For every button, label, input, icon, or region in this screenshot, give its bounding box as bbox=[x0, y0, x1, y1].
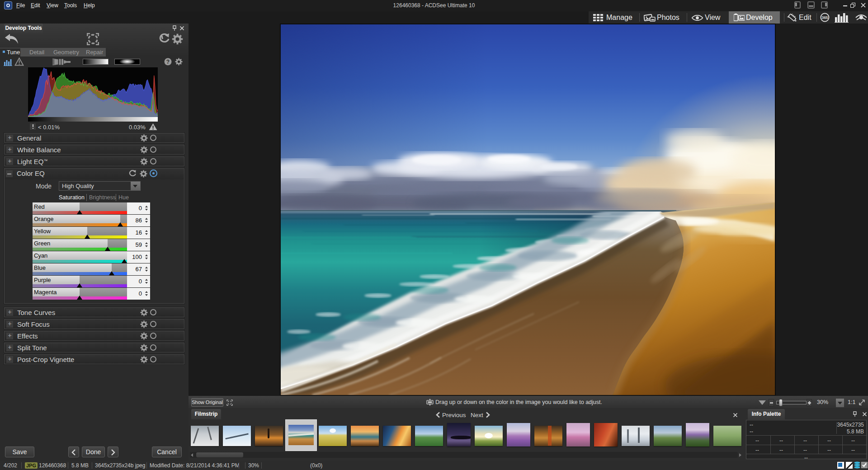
svg-text:?: ? bbox=[166, 59, 170, 65]
svg-text:365: 365 bbox=[821, 15, 828, 20]
